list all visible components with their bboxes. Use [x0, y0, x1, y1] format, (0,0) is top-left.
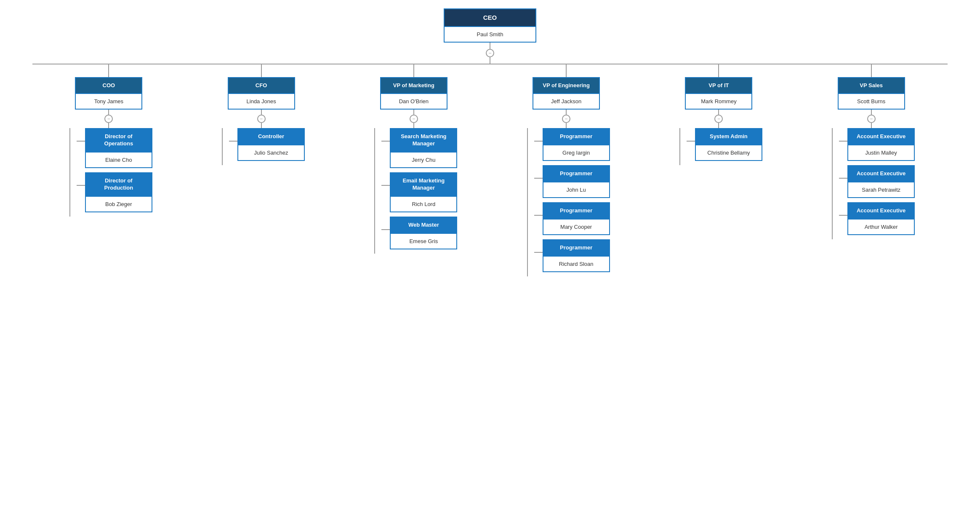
child-title-vp-engineering-0: Programmer	[543, 129, 609, 145]
stem-vp-engineering	[566, 64, 567, 77]
child-title-vp-sales-2: Account Executive	[848, 203, 914, 219]
node-vp-engineering: VP of Engineering Jeff Jackson	[533, 77, 600, 110]
child-title-vp-sales-1: Account Executive	[848, 166, 914, 182]
child-node-vp-sales-1: Account Executive Sarah Petrawitz	[847, 165, 915, 198]
org-chart: CEO Paul Smith − COO Tony James − Direct…	[8, 8, 972, 276]
vp-col-cfo: CFO Linda Jones − Controller Julio Sanch…	[185, 64, 337, 166]
child-node-wrap-vp-marketing-2: Web Master Emese Gris	[390, 217, 457, 249]
ceo-collapse-btn[interactable]: −	[486, 49, 494, 57]
stem-coo	[108, 64, 109, 77]
child-name-vp-engineering-2: Mary Cooper	[543, 219, 609, 234]
node-vp-sales: VP Sales Scott Burns	[838, 77, 905, 110]
child-row-coo-0: Director ofOperations Elaine Cho	[77, 128, 152, 172]
child-name-vp-it-0: Christine Bellamy	[696, 145, 762, 160]
child-hconn-vp-marketing-2	[381, 229, 390, 230]
collapse-btn-vp-it[interactable]: −	[714, 115, 723, 123]
child-hconn-vp-engineering-1	[534, 178, 543, 179]
ceo-node: CEO Paul Smith	[444, 8, 536, 43]
ceo-section: CEO Paul Smith −	[444, 8, 536, 64]
child-node-wrap-vp-it-0: System Admin Christine Bellamy	[695, 128, 762, 161]
child-node-vp-sales-2: Account Executive Arthur Walker	[847, 202, 915, 235]
child-title-vp-marketing-1: Email MarketingManager	[391, 173, 456, 196]
child-node-vp-engineering-2: Programmer Mary Cooper	[543, 202, 610, 235]
child-node-wrap-coo-1: Director ofProduction Bob Zieger	[85, 172, 152, 212]
child-row-vp-marketing-2: Web Master Emese Gris	[381, 217, 457, 254]
stem-vp-it	[718, 64, 719, 77]
conn-down2-coo	[108, 123, 109, 128]
child-hconn-vp-engineering-0	[534, 141, 543, 142]
title-vp-engineering: VP of Engineering	[533, 78, 599, 94]
name-coo: Tony James	[76, 93, 141, 109]
child-hconn-coo-1	[77, 185, 85, 186]
child-hconn-vp-engineering-3	[534, 252, 543, 253]
child-node-wrap-vp-engineering-0: Programmer Greg Iargin	[543, 128, 610, 161]
conn-down-vp-sales	[871, 110, 872, 115]
child-node-cfo-0: Controller Julio Sanchez	[237, 128, 305, 161]
conn-down2-cfo	[261, 123, 262, 128]
title-vp-marketing: VP of Marketing	[381, 78, 447, 94]
vp-col-coo: COO Tony James − Director ofOperations E…	[32, 64, 185, 217]
child-node-wrap-vp-engineering-2: Programmer Mary Cooper	[543, 202, 610, 235]
child-name-coo-1: Bob Zieger	[86, 196, 152, 211]
child-node-wrap-vp-sales-2: Account Executive Arthur Walker	[847, 202, 915, 235]
child-row-cfo-0: Controller Julio Sanchez	[229, 128, 305, 165]
ceo-title: CEO	[445, 9, 535, 26]
child-name-vp-marketing-1: Rich Lord	[391, 196, 456, 211]
node-vp-it: VP of IT Mark Rommey	[685, 77, 752, 110]
vp-col-vp-marketing: VP of Marketing Dan O'Brien − Search Mar…	[338, 64, 490, 254]
child-node-wrap-coo-0: Director ofOperations Elaine Cho	[85, 128, 152, 168]
child-row-vp-sales-1: Account Executive Sarah Petrawitz	[839, 165, 915, 202]
child-name-coo-0: Elaine Cho	[86, 152, 152, 167]
child-node-wrap-vp-marketing-0: Search MarketingManager Jerry Chu	[390, 128, 457, 168]
child-node-coo-0: Director ofOperations Elaine Cho	[85, 128, 152, 168]
child-node-vp-marketing-2: Web Master Emese Gris	[390, 217, 457, 249]
child-node-wrap-vp-sales-1: Account Executive Sarah Petrawitz	[847, 165, 915, 198]
child-hconn-vp-marketing-0	[381, 141, 390, 142]
child-node-vp-engineering-1: Programmer John Lu	[543, 165, 610, 198]
conn-down-vp-marketing	[413, 110, 414, 115]
child-name-vp-marketing-0: Jerry Chu	[391, 152, 456, 167]
child-row-vp-engineering-0: Programmer Greg Iargin	[534, 128, 610, 165]
child-row-vp-marketing-0: Search MarketingManager Jerry Chu	[381, 128, 457, 172]
child-node-vp-it-0: System Admin Christine Bellamy	[695, 128, 762, 161]
child-title-coo-1: Director ofProduction	[86, 173, 152, 196]
child-hconn-vp-engineering-2	[534, 215, 543, 216]
vp-col-vp-it: VP of IT Mark Rommey − System Admin Chri…	[642, 64, 795, 166]
children-vp-marketing: Search MarketingManager Jerry Chu Email …	[374, 128, 457, 253]
child-row-vp-engineering-3: Programmer Richard Sloan	[534, 239, 610, 276]
node-cfo: CFO Linda Jones	[228, 77, 295, 110]
conn-down2-vp-engineering	[566, 123, 567, 128]
child-hconn-vp-it-0	[687, 141, 695, 142]
collapse-btn-vp-marketing[interactable]: −	[410, 115, 418, 123]
child-row-vp-engineering-1: Programmer John Lu	[534, 165, 610, 202]
stem-vp-sales	[871, 64, 872, 77]
child-row-vp-marketing-1: Email MarketingManager Rich Lord	[381, 172, 457, 217]
conn-down-coo	[108, 110, 109, 115]
child-title-coo-0: Director ofOperations	[86, 129, 152, 152]
name-cfo: Linda Jones	[229, 93, 294, 109]
conn-down2-vp-it	[718, 123, 719, 128]
vp-col-vp-engineering: VP of Engineering Jeff Jackson − Program…	[490, 64, 642, 276]
title-vp-sales: VP Sales	[839, 78, 904, 94]
child-title-vp-marketing-0: Search MarketingManager	[391, 129, 456, 152]
child-node-vp-marketing-0: Search MarketingManager Jerry Chu	[390, 128, 457, 168]
child-node-vp-engineering-0: Programmer Greg Iargin	[543, 128, 610, 161]
child-node-wrap-vp-sales-0: Account Executive Justin Malley	[847, 128, 915, 161]
branch-section: COO Tony James − Director ofOperations E…	[32, 64, 948, 276]
conn-down-cfo	[261, 110, 262, 115]
child-hconn-coo-0	[77, 141, 85, 142]
collapse-btn-vp-engineering[interactable]: −	[562, 115, 570, 123]
child-hconn-vp-sales-1	[839, 178, 847, 179]
child-hconn-vp-marketing-1	[381, 185, 390, 186]
child-node-wrap-vp-engineering-1: Programmer John Lu	[543, 165, 610, 198]
collapse-btn-coo[interactable]: −	[104, 115, 113, 123]
child-title-vp-engineering-2: Programmer	[543, 203, 609, 219]
child-node-coo-1: Director ofProduction Bob Zieger	[85, 172, 152, 212]
node-coo: COO Tony James	[75, 77, 142, 110]
collapse-btn-cfo[interactable]: −	[257, 115, 266, 123]
vp-row: COO Tony James − Director ofOperations E…	[32, 64, 948, 276]
child-title-vp-marketing-2: Web Master	[391, 217, 456, 233]
child-row-vp-sales-0: Account Executive Justin Malley	[839, 128, 915, 165]
collapse-btn-vp-sales[interactable]: −	[867, 115, 876, 123]
title-cfo: CFO	[229, 78, 294, 94]
